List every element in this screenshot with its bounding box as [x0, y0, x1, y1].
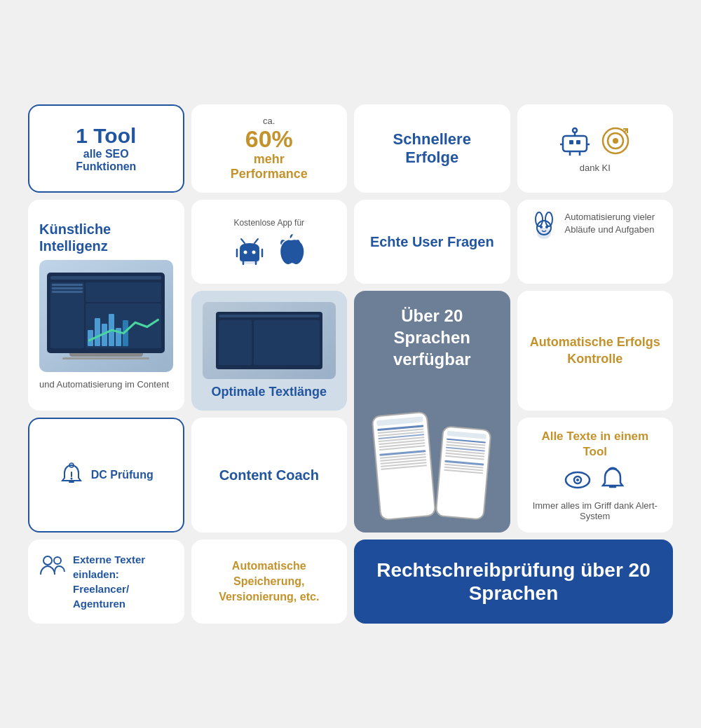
card-schneller: Schnellere Erfolge — [354, 104, 510, 193]
card-externe: Externe Texter einladen: Freelancer/ Age… — [28, 540, 184, 624]
perf-percent: 60% — [245, 126, 293, 152]
ki-label: dank KI — [580, 163, 611, 173]
perf-label: Performance — [231, 167, 308, 181]
svg-point-32 — [70, 478, 72, 480]
robot-icon — [557, 123, 592, 158]
card-alert: Alle Texte in einem Tool Immer alles im … — [517, 418, 674, 533]
card-ki: dank KI — [517, 104, 674, 193]
tool-line2: alle SEO — [83, 148, 129, 160]
svg-line-18 — [254, 239, 258, 243]
rechtschreib-title: Rechtschreibprüfung über 20 Sprachen — [368, 558, 659, 605]
svg-point-11 — [613, 138, 618, 144]
svg-rect-2 — [576, 140, 580, 144]
svg-point-16 — [252, 251, 255, 254]
rabbit-icon — [529, 211, 559, 242]
svg-point-4 — [573, 128, 577, 132]
phone-mockup-2 — [435, 425, 492, 521]
svg-point-37 — [43, 556, 52, 565]
bell-alert-icon — [59, 462, 84, 488]
card-echte: Echte User Fragen — [354, 200, 510, 284]
svg-point-38 — [54, 557, 61, 564]
card-content-coach: Content Coach — [191, 418, 348, 533]
perf-suffix: mehr — [254, 152, 285, 167]
eye-icon — [563, 465, 592, 495]
ki-title: Künstliche Intelligenz — [39, 221, 173, 254]
externe-title: Externe Texter einladen: Freelancer/ Age… — [73, 552, 173, 611]
schneller-title: Schnellere Erfolge — [365, 130, 499, 167]
card-app: Kostenlose App für — [191, 200, 348, 284]
tool-line3: Funktionen — [76, 160, 136, 173]
alle-texte-in-alert: Alle Texte in einem Tool — [529, 429, 662, 460]
tool-number: 1 Tool — [76, 124, 136, 147]
bell-icon — [598, 465, 627, 495]
automation-text: Automatisierung vieler Abläufe und Aufga… — [565, 211, 662, 236]
laptop-image — [39, 260, 173, 372]
tablet-image — [203, 302, 336, 379]
content-coach-title: Content Coach — [219, 466, 319, 484]
auto-erfolg-title: Automatische Erfolgs Kontrolle — [529, 334, 662, 367]
svg-point-28 — [545, 226, 548, 228]
perf-prefix: ca. — [263, 116, 275, 126]
auto-speicher-title: Automatische Speicherung, Versionierung,… — [203, 558, 336, 605]
apple-icon — [275, 233, 305, 266]
svg-point-24 — [536, 212, 543, 226]
card-dc: DC Prüfung — [28, 418, 184, 533]
svg-rect-1 — [569, 140, 573, 144]
svg-point-15 — [243, 251, 247, 254]
card-sprachen: Über 20 Sprachen verfügbar — [354, 291, 510, 533]
echte-title: Echte User Fragen — [370, 233, 494, 251]
target-icon — [598, 123, 633, 158]
card-performance: ca. 60% mehr Performance — [191, 104, 348, 193]
app-prefix: Kostenlose App für — [233, 218, 304, 228]
dc-title: DC Prüfung — [91, 469, 154, 481]
phone-mockup-1 — [372, 411, 437, 521]
users-icon — [39, 552, 66, 579]
card-auto-speicher: Automatische Speicherung, Versionierung,… — [191, 540, 348, 624]
svg-point-27 — [540, 226, 543, 228]
svg-point-35 — [576, 479, 579, 481]
alert-label: Immer alles im Griff dank Alert-System — [529, 500, 662, 521]
card-auto-erfolg: Automatische Erfolgs Kontrolle — [517, 291, 674, 411]
svg-rect-0 — [563, 136, 587, 151]
card-optimale: Optimale Textlänge — [191, 291, 348, 411]
android-icon — [233, 233, 266, 266]
sprachen-title: Über 20 Sprachen verfügbar — [368, 305, 496, 371]
card-kuenstliche: Künstliche Intelligenz — [28, 200, 184, 411]
svg-point-25 — [545, 212, 552, 226]
svg-line-17 — [241, 239, 245, 243]
card-rechtschreib: Rechtschreibprüfung über 20 Sprachen — [354, 540, 673, 624]
card-1-tool: 1 Tool alle SEO Funktionen — [28, 104, 184, 193]
card-automation-rabbit: Automatisierung vieler Abläufe und Aufga… — [517, 200, 674, 284]
ki-sub: und Automatisierung im Content — [39, 379, 169, 390]
optimale-title: Optimale Textlänge — [211, 385, 327, 399]
svg-rect-14 — [240, 247, 259, 261]
